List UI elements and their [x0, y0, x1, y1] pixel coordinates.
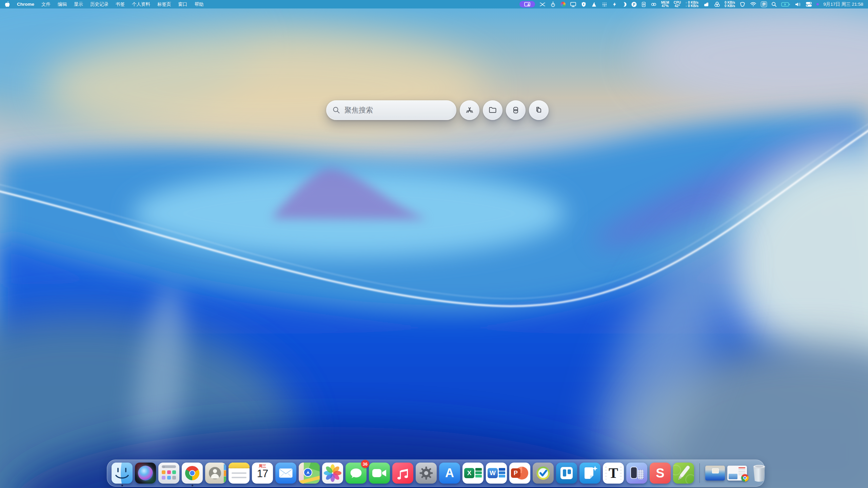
dock-minimized-window-desktop[interactable]: [705, 466, 725, 481]
dock-document-app-icon[interactable]: [579, 463, 600, 484]
spotlight-search-bar[interactable]: [326, 100, 456, 120]
display-icon[interactable]: [570, 1, 576, 7]
menu-bar-clock[interactable]: 9月17日 周三 21:58: [823, 1, 863, 7]
dock-separator: [699, 463, 700, 483]
trefoil-vpn-icon[interactable]: [714, 1, 720, 7]
menu-tabs[interactable]: 标签页: [157, 1, 171, 7]
wifi-icon[interactable]: [750, 2, 756, 7]
dock-messages-icon[interactable]: 36: [346, 463, 367, 484]
menu-help[interactable]: 帮助: [195, 1, 204, 7]
dock-music-icon[interactable]: [392, 463, 413, 484]
launchpad-art: [158, 463, 179, 484]
spotlight-actions-button[interactable]: [506, 100, 526, 120]
coteditor-art: [673, 463, 694, 484]
desktop: Chrome 文件 编辑 显示 历史记录 书签 个人资料 标签页 窗口 帮助: [0, 0, 868, 488]
control-center-icon[interactable]: [806, 2, 812, 7]
running-indicator: [192, 485, 193, 486]
dock-tasks-app-icon[interactable]: [533, 463, 554, 484]
input-method-badge[interactable]: 拼: [761, 1, 767, 7]
dock-trash-icon[interactable]: [751, 463, 768, 484]
finder-face: [112, 463, 133, 484]
key-app-icon[interactable]: K: [641, 1, 646, 7]
dock-launchpad-icon[interactable]: [158, 463, 179, 484]
menu-bookmarks[interactable]: 书签: [116, 1, 125, 7]
spotlight-apps-button[interactable]: [460, 100, 479, 120]
p-app-icon[interactable]: P: [631, 2, 637, 7]
menu-view[interactable]: 显示: [74, 1, 83, 7]
crescent-icon[interactable]: [622, 1, 627, 7]
calendar-art: 周三 17: [252, 463, 273, 484]
iphone-mirroring-art: [626, 463, 647, 484]
dock-mail-icon[interactable]: [275, 463, 296, 484]
menu-file[interactable]: 文件: [41, 1, 51, 7]
menu-history[interactable]: 历史记录: [90, 1, 108, 7]
dock-notes-icon[interactable]: [229, 463, 250, 484]
tailscale-dots-icon[interactable]: [601, 1, 608, 7]
memory-monitor[interactable]: MEM47%: [661, 1, 669, 8]
powerpoint-art: P: [509, 463, 530, 484]
notes-art: [229, 463, 250, 484]
tuner-icon[interactable]: [550, 1, 556, 7]
dock-iphone-mirroring-icon[interactable]: [626, 463, 647, 484]
menu-window[interactable]: 窗口: [178, 1, 188, 7]
search-icon: [333, 106, 340, 114]
weather-icon[interactable]: [703, 2, 710, 7]
calendar-day: 17: [257, 468, 268, 480]
cpu-monitor[interactable]: CPU42°: [674, 1, 681, 8]
spotlight-clipboard-button[interactable]: [529, 100, 549, 120]
menu-bar: Chrome 文件 编辑 显示 历史记录 书签 个人资料 标签页 窗口 帮助: [0, 0, 868, 8]
dock-calendar-icon[interactable]: 周三 17: [252, 463, 273, 484]
spotlight-files-button[interactable]: [483, 100, 502, 120]
spotlight-search-icon[interactable]: [771, 2, 777, 7]
spotlight-search-input[interactable]: [344, 106, 450, 115]
network-speed-monitor[interactable]: ↑↓ 0 KB/s0 KB/s: [685, 1, 698, 8]
facetime-art: [369, 463, 390, 484]
wallpaper: [0, 0, 868, 488]
lightning-bolt-icon[interactable]: [612, 1, 617, 7]
dock-word-icon[interactable]: W: [486, 463, 507, 484]
app-store-art: A: [439, 463, 460, 484]
chrome-window-badge-icon: [741, 474, 749, 482]
dock-settings-icon[interactable]: [416, 463, 437, 484]
dock-powerpoint-icon[interactable]: P: [509, 463, 530, 484]
siri-art: [135, 463, 156, 484]
dock-s-note-app-icon[interactable]: S: [650, 463, 671, 484]
battery-charging-icon[interactable]: [781, 2, 790, 7]
dock-maps-icon[interactable]: [299, 463, 320, 484]
network-speed-monitor-2[interactable]: 0 KB/s0 KB/s: [725, 1, 735, 8]
dock-typora-icon[interactable]: T: [603, 463, 624, 484]
mountain-icon[interactable]: [591, 1, 597, 7]
typora-art: T: [603, 463, 624, 484]
sail-proxy-icon[interactable]: [739, 1, 746, 7]
chrome-art: [182, 463, 203, 484]
shield-adblock-icon[interactable]: [581, 1, 587, 7]
contacts-art: [205, 463, 226, 484]
messages-unread-badge: 36: [361, 460, 369, 468]
dock-coteditor-icon[interactable]: [673, 463, 694, 484]
mail-art: [275, 463, 296, 484]
volume-icon[interactable]: [795, 2, 801, 7]
down-arrow-icon: ↓: [685, 4, 687, 7]
screen-sharing-active-icon[interactable]: [519, 1, 535, 7]
focus-mode-dot[interactable]: [816, 3, 819, 5]
dock-siri-icon[interactable]: [135, 463, 156, 484]
smooth-scroll-icon[interactable]: [539, 1, 546, 7]
dock-facetime-icon[interactable]: [369, 463, 390, 484]
dock-app-store-icon[interactable]: A: [439, 463, 460, 484]
menu-edit[interactable]: 编辑: [58, 1, 67, 7]
dock-finder-icon[interactable]: [112, 463, 133, 484]
svg-text:K: K: [643, 3, 645, 5]
dock-excel-icon[interactable]: X: [462, 463, 484, 484]
dock-minimized-window-chrome[interactable]: [727, 466, 747, 481]
dock-photos-icon[interactable]: [322, 463, 343, 484]
dock-chrome-icon[interactable]: [182, 463, 203, 484]
trello-art: [556, 463, 577, 484]
menu-profiles[interactable]: 个人资料: [132, 1, 150, 7]
dock-trello-icon[interactable]: [556, 463, 577, 484]
dock-contacts-icon[interactable]: [205, 463, 226, 484]
active-app-menu[interactable]: Chrome: [17, 2, 34, 7]
browser-profile-icon[interactable]: [560, 2, 566, 7]
linked-rings-icon[interactable]: [651, 1, 657, 7]
apple-menu-icon[interactable]: [5, 1, 10, 7]
settings-gear: [416, 463, 437, 484]
